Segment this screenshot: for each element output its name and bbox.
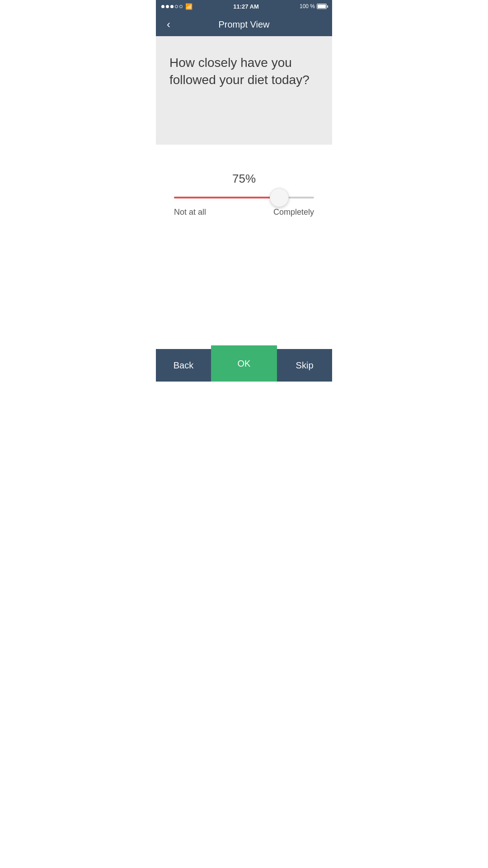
slider-container[interactable] (174, 197, 314, 198)
battery-fill (318, 5, 326, 8)
slider-label-max: Completely (273, 208, 314, 217)
signal-dot-2 (166, 5, 169, 8)
question-section: How closely have you followed your diet … (156, 36, 332, 145)
signal-dot-3 (170, 5, 174, 8)
status-left: 📶 (161, 3, 192, 10)
ok-button[interactable]: OK (211, 345, 277, 381)
slider-thumb[interactable] (270, 188, 289, 207)
battery-icon (317, 4, 327, 9)
slider-fill (174, 197, 279, 198)
slider-value: 75% (174, 172, 314, 186)
status-bar: 📶 11:27 AM 100 % (156, 0, 332, 13)
slider-track (174, 197, 314, 198)
status-time: 11:27 AM (233, 3, 259, 10)
back-button[interactable]: ‹ (163, 16, 174, 33)
signal-dot-4 (175, 5, 178, 8)
page-title: Prompt View (218, 19, 269, 30)
main-content: How closely have you followed your diet … (156, 36, 332, 382)
battery-percent: 100 % (300, 3, 315, 9)
back-bottom-button[interactable]: Back (156, 349, 211, 382)
nav-bar: ‹ Prompt View (156, 13, 332, 36)
bottom-bar: Back OK Skip (156, 349, 332, 382)
wifi-icon: 📶 (185, 3, 192, 10)
signal-dots (161, 5, 183, 8)
slider-labels: Not at all Completely (174, 208, 314, 217)
signal-dot-1 (161, 5, 164, 8)
signal-dot-5 (179, 5, 183, 8)
skip-button[interactable]: Skip (277, 349, 332, 382)
slider-section: 75% Not at all Completely (156, 145, 332, 286)
status-right: 100 % (300, 3, 327, 9)
question-text: How closely have you followed your diet … (169, 54, 319, 89)
slider-label-min: Not at all (174, 208, 206, 217)
